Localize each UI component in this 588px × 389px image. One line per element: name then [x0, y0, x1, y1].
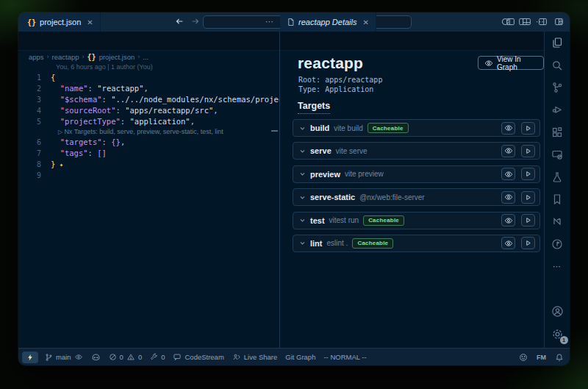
show-config-button[interactable]: [501, 122, 515, 135]
errors-icon: [109, 353, 117, 361]
target-row-preview[interactable]: preview vite preview: [293, 165, 540, 183]
chevron-down-icon[interactable]: [299, 171, 306, 177]
run-target-button[interactable]: [521, 214, 535, 226]
json-file-icon: {}: [87, 53, 96, 61]
source-control-icon[interactable]: [545, 76, 570, 99]
chevron-down-icon[interactable]: [299, 125, 306, 132]
forward-arrow-icon[interactable]: [190, 16, 201, 26]
editor-actions-more-icon[interactable]: ⋯: [536, 17, 545, 26]
file-icon: [287, 18, 295, 26]
search-icon[interactable]: [545, 54, 570, 76]
show-config-button[interactable]: [501, 214, 515, 226]
project-title: reactapp: [298, 54, 363, 72]
refresh-icon[interactable]: [501, 17, 510, 26]
target-row-serve[interactable]: serve vite serve: [293, 142, 540, 160]
nx-console-icon[interactable]: [545, 210, 570, 232]
tab-label: reactapp Details: [298, 18, 357, 26]
tab-project-json[interactable]: {} project.json ✕: [21, 13, 101, 32]
vim-mode-indicator[interactable]: -- NORMAL --: [323, 353, 366, 361]
remote-explorer-icon[interactable]: [545, 143, 570, 165]
run-target-button[interactable]: [521, 168, 535, 180]
chevron-down-icon[interactable]: [299, 194, 306, 201]
tab-bar: [18, 32, 544, 51]
run-target-button[interactable]: [521, 237, 535, 249]
git-graph-indicator[interactable]: Git Graph: [285, 353, 315, 361]
json-file-icon: {}: [27, 18, 36, 26]
commit-graph-icon[interactable]: [545, 233, 570, 255]
editor-group-more-icon[interactable]: ⋯: [265, 17, 274, 26]
explorer-icon[interactable]: [545, 32, 570, 54]
breadcrumb[interactable]: apps › reactapp › {} project.json › ...: [18, 51, 279, 63]
project-type: Type: Application: [298, 85, 382, 94]
accounts-icon[interactable]: [545, 301, 570, 323]
cacheable-badge: Cacheable: [352, 238, 393, 249]
show-config-button[interactable]: [501, 168, 515, 180]
warnings-icon: [126, 353, 135, 361]
codestream-indicator[interactable]: CodeStream: [173, 353, 223, 361]
eye-icon[interactable]: [74, 353, 83, 361]
bookmarks-icon[interactable]: [545, 188, 570, 210]
share-icon: [232, 353, 241, 362]
close-tab-icon[interactable]: ✕: [363, 18, 369, 26]
vscode-window: projcrystal {} project.json ✕ ⋯ reactapp…: [18, 13, 570, 365]
breadcrumb-item[interactable]: reactapp: [52, 53, 79, 61]
chevron-down-icon[interactable]: [299, 217, 306, 224]
chevron-right-icon: ›: [47, 53, 49, 60]
chevron-down-icon[interactable]: [299, 148, 306, 154]
breadcrumb-item[interactable]: ...: [143, 53, 148, 61]
fm-indicator[interactable]: FM: [537, 354, 546, 361]
breadcrumb-item[interactable]: project.json: [99, 53, 135, 61]
eye-icon: [484, 59, 493, 68]
chevron-right-icon: ›: [82, 53, 85, 60]
show-config-button[interactable]: [501, 237, 515, 249]
target-row-build[interactable]: build vite build Cacheable: [293, 119, 540, 137]
breadcrumb-item[interactable]: apps: [29, 53, 44, 61]
notifications-bell-icon[interactable]: [555, 353, 564, 362]
tab-label: project.json: [40, 18, 81, 26]
chevron-down-icon[interactable]: [299, 240, 306, 246]
view-in-graph-button[interactable]: View In Graph: [478, 56, 544, 70]
remote-indicator[interactable]: [22, 351, 38, 363]
tool-counter[interactable]: 0: [150, 353, 165, 361]
target-row-lint[interactable]: lint eslint . Cacheable: [293, 235, 540, 252]
branch-icon: [45, 353, 53, 362]
status-bar: main 0 0 0 CodeStream Live Share Git Gra…: [18, 348, 570, 365]
run-target-button[interactable]: [521, 122, 535, 135]
run-target-button[interactable]: [521, 145, 535, 157]
cacheable-badge: Cacheable: [368, 123, 409, 133]
extensions-icon[interactable]: [545, 121, 570, 143]
scrollbar-decoration: [271, 130, 278, 132]
settings-badge: 1: [560, 336, 568, 344]
live-share-indicator[interactable]: Live Share: [232, 353, 277, 362]
code-lines: You, 6 hours ago | 1 author (You)1{2 "na…: [18, 63, 279, 181]
targets-list: build vite build Cacheable serve vite se…: [293, 119, 540, 257]
customize-layout-icon[interactable]: [554, 17, 564, 26]
target-row-test[interactable]: test vitest run Cacheable: [293, 212, 540, 229]
split-editor-icon[interactable]: [518, 17, 528, 26]
show-config-button[interactable]: [501, 145, 515, 157]
targets-heading: Targets: [298, 101, 330, 114]
testing-beaker-icon[interactable]: [545, 165, 570, 188]
show-config-button[interactable]: [501, 191, 515, 204]
project-details-panel: reactapp View In Graph Root: apps/reacta…: [280, 51, 544, 348]
cacheable-badge: Cacheable: [363, 215, 404, 226]
close-tab-icon[interactable]: ✕: [87, 18, 93, 26]
copilot-icon[interactable]: [91, 353, 101, 361]
comment-icon: [173, 353, 182, 361]
git-branch-indicator[interactable]: main: [45, 353, 83, 362]
additional-views-icon[interactable]: ⋯: [545, 255, 570, 277]
feedback-smiley-icon[interactable]: [519, 353, 528, 362]
target-row-serve-static[interactable]: serve-static @nx/web:file-server: [293, 188, 540, 206]
activity-bar: ⋯ 1: [544, 32, 570, 348]
chevron-right-icon: ›: [137, 53, 140, 60]
problems-indicator[interactable]: 0 0: [109, 353, 143, 361]
run-target-button[interactable]: [521, 191, 535, 204]
tab-reactapp-details[interactable]: reactapp Details ✕: [280, 13, 376, 32]
back-arrow-icon[interactable]: [174, 16, 184, 26]
run-debug-icon[interactable]: [545, 99, 570, 121]
wrench-icon: [150, 353, 158, 361]
project-root: Root: apps/reactapp: [298, 75, 382, 85]
editor-pane[interactable]: You, 6 hours ago | 1 author (You)1{2 "na…: [18, 63, 279, 348]
